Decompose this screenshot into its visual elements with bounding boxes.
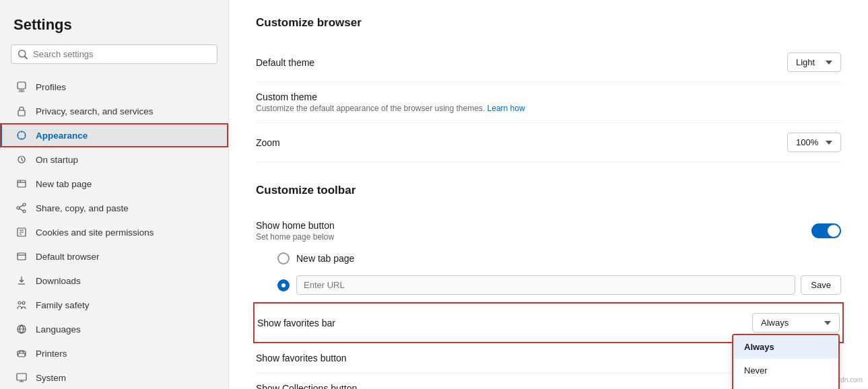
browser-icon — [15, 250, 28, 262]
sidebar-item-on-startup[interactable]: On startup — [0, 147, 228, 172]
favorites-bar-value: Always — [761, 318, 789, 328]
favorites-chevron-icon — [824, 320, 831, 326]
save-button[interactable]: Save — [801, 275, 841, 295]
svg-rect-13 — [18, 353, 25, 357]
sidebar-label-family: Family safety — [36, 300, 90, 310]
zoom-label: Zoom — [256, 137, 787, 148]
custom-theme-desc: Customize the default appearance of the … — [256, 104, 841, 113]
sidebar-label-appearance: Appearance — [36, 131, 88, 141]
sidebar-label-profiles: Profiles — [36, 82, 66, 92]
svg-point-6 — [23, 210, 26, 213]
search-icon — [18, 50, 28, 59]
sidebar-item-system[interactable]: System — [0, 365, 228, 389]
sidebar-item-default-browser[interactable]: Default browser — [0, 244, 228, 269]
show-home-sub: Set home page below — [256, 232, 811, 242]
default-theme-label: Default theme — [256, 57, 787, 68]
sidebar-item-new-tab[interactable]: New tab page — [0, 172, 228, 196]
show-home-toggle[interactable] — [811, 223, 841, 238]
favorites-bar-left: Show favorites bar — [257, 318, 752, 328]
dropdown-option-always[interactable]: Always — [733, 335, 838, 359]
url-input[interactable] — [296, 275, 795, 295]
svg-point-10 — [18, 302, 21, 304]
sidebar-item-privacy[interactable]: Privacy, search, and services — [0, 99, 228, 123]
sidebar-label-cookies: Cookies and site permissions — [36, 227, 154, 238]
sidebar-label-default-browser: Default browser — [36, 252, 100, 262]
section-customize-browser-title: Customize browser — [256, 16, 841, 30]
default-theme-left: Default theme — [256, 57, 787, 68]
appearance-icon — [15, 129, 28, 141]
sidebar-item-downloads[interactable]: Downloads — [0, 269, 228, 293]
zoom-value: 100% — [796, 137, 818, 147]
sidebar-item-cookies[interactable]: Cookies and site permissions — [0, 220, 228, 244]
sidebar-title: Settings — [0, 11, 228, 44]
sidebar-label-downloads: Downloads — [36, 276, 81, 286]
printers-icon — [15, 347, 28, 359]
sidebar: Settings Profiles Privacy, search, and s… — [0, 0, 229, 389]
custom-theme-left: Custom theme Customize the default appea… — [256, 92, 841, 113]
svg-rect-0 — [18, 82, 26, 89]
svg-point-11 — [22, 302, 25, 304]
dropdown-option-only-new-tabs[interactable]: Only on new tabs — [733, 382, 838, 389]
custom-theme-label: Custom theme — [256, 92, 841, 102]
radio-url[interactable] — [277, 279, 290, 291]
show-home-label: Show home button — [256, 220, 811, 231]
favorites-dropdown-menu: Always Never Only on new tabs — [732, 334, 840, 389]
sidebar-label-share: Share, copy, and paste — [36, 203, 129, 213]
search-box-wrapper — [0, 44, 228, 75]
dropdown-option-never[interactable]: Never — [733, 359, 838, 382]
svg-rect-14 — [17, 374, 26, 380]
custom-theme-row: Custom theme Customize the default appea… — [256, 82, 841, 123]
svg-rect-1 — [18, 110, 25, 116]
sidebar-item-printers[interactable]: Printers — [0, 341, 228, 365]
family-icon — [15, 299, 28, 311]
profile-icon — [15, 81, 28, 93]
sidebar-item-profiles[interactable]: Profiles — [0, 75, 228, 99]
cookies-icon — [15, 226, 28, 238]
favorites-bar-dropdown[interactable]: Always — [752, 313, 840, 332]
show-favorites-bar-row: Show favorites bar Always Always Never O… — [253, 302, 844, 343]
radio-newtab[interactable] — [277, 252, 290, 264]
favorites-bar-label: Show favorites bar — [257, 318, 752, 328]
svg-point-5 — [23, 203, 26, 206]
svg-rect-4 — [18, 180, 26, 187]
zoom-dropdown[interactable]: 100% — [787, 133, 841, 152]
zoom-chevron-icon — [826, 139, 832, 146]
learn-how-link[interactable]: Learn how — [488, 104, 525, 113]
svg-point-7 — [17, 207, 20, 209]
sidebar-label-languages: Languages — [36, 324, 81, 334]
favorites-dropdown-wrapper: Always Always Never Only on new tabs — [752, 313, 840, 332]
share-icon — [15, 202, 28, 214]
show-home-row: Show home button Set home page below New… — [256, 211, 841, 302]
newtab-icon — [15, 178, 28, 190]
sidebar-label-startup: On startup — [36, 155, 78, 165]
privacy-icon — [15, 105, 28, 117]
sidebar-label-privacy: Privacy, search, and services — [36, 106, 154, 116]
startup-icon — [15, 153, 28, 166]
radio-url-row[interactable]: Save — [277, 271, 841, 299]
sidebar-item-share[interactable]: Share, copy, and paste — [0, 196, 228, 220]
default-theme-dropdown[interactable]: Light — [787, 52, 841, 72]
zoom-row: Zoom 100% — [256, 123, 841, 162]
languages-icon — [15, 323, 28, 335]
search-box[interactable] — [11, 44, 218, 64]
system-icon — [15, 372, 28, 384]
sidebar-item-family[interactable]: Family safety — [0, 293, 228, 317]
search-input[interactable] — [33, 49, 210, 59]
zoom-left: Zoom — [256, 137, 787, 148]
sidebar-item-languages[interactable]: Languages — [0, 317, 228, 341]
section-customize-toolbar-title: Customize toolbar — [256, 184, 841, 197]
sidebar-label-printers: Printers — [36, 349, 67, 359]
sidebar-label-system: System — [36, 373, 66, 383]
default-theme-value: Light — [796, 57, 815, 67]
default-theme-row: Default theme Light — [256, 43, 841, 82]
sidebar-item-appearance[interactable]: Appearance — [0, 123, 228, 147]
radio-newtab-row[interactable]: New tab page — [277, 248, 841, 269]
main-content: Customize browser Default theme Light Cu… — [229, 0, 868, 389]
downloads-icon — [15, 275, 28, 287]
sidebar-label-newtab: New tab page — [36, 179, 92, 189]
radio-newtab-label: New tab page — [296, 253, 354, 264]
chevron-down-icon — [826, 59, 832, 66]
show-home-left: Show home button Set home page below — [256, 220, 811, 242]
svg-rect-9 — [18, 253, 26, 260]
